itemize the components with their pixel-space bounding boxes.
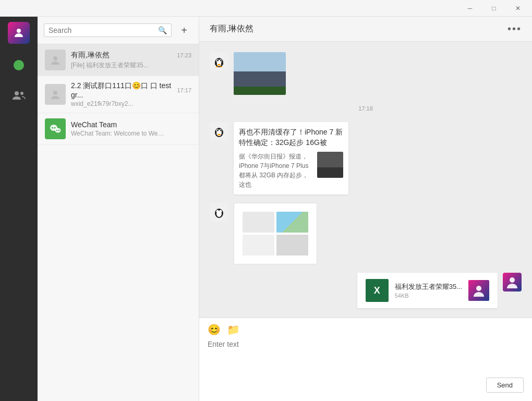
svg-point-21 <box>220 66 223 67</box>
file-sender-avatar <box>468 280 489 301</box>
message-timestamp: 17:18 <box>210 105 522 112</box>
svg-point-28 <box>217 134 221 136</box>
svg-point-27 <box>220 130 222 131</box>
svg-point-32 <box>220 210 222 213</box>
contact-info: 2.2 测试群口111口😊口 口 test gr... 17:17 wxid_e… <box>71 81 191 107</box>
send-button[interactable]: Send <box>486 378 524 393</box>
forward-card[interactable] <box>234 203 317 264</box>
msg-avatar <box>210 52 228 71</box>
contact-avatar <box>45 84 66 105</box>
chat-input-footer: Send <box>208 378 524 393</box>
chat-header: 有雨,琳依然 ••• <box>199 17 532 42</box>
chat-title: 有雨,琳依然 <box>210 23 253 34</box>
search-input[interactable] <box>49 26 155 34</box>
message-content[interactable]: X 福利发放王者荣耀35... 54KB <box>357 273 498 308</box>
attachment-button[interactable]: 📁 <box>227 323 240 336</box>
svg-point-8 <box>55 128 61 133</box>
search-icon: 🔍 <box>158 26 167 34</box>
svg-point-6 <box>52 127 53 129</box>
svg-point-17 <box>217 64 221 66</box>
svg-point-10 <box>58 130 59 131</box>
svg-point-26 <box>217 130 219 131</box>
chat-input-area: 😊 📁 Send <box>199 318 532 401</box>
file-info: 福利发放王者荣耀35... 54KB <box>395 282 462 299</box>
svg-point-31 <box>216 210 219 213</box>
svg-point-18 <box>215 62 217 65</box>
message-row: 再也不用清缓存了！iPhone 7 新特性确定：32G起步 16G被 据《华尔街… <box>210 122 522 195</box>
contact-avatar <box>45 50 66 70</box>
sidebar-item-contacts[interactable] <box>8 84 30 106</box>
close-button[interactable]: ✕ <box>506 0 530 17</box>
chat-messages: 17:18 再也不用清缓存了！iPhone <box>199 42 532 318</box>
contact-item[interactable]: 2.2 测试群口111口😊口 口 test gr... 17:17 wxid_e… <box>38 76 199 113</box>
contact-info: 有雨,琳依然 17:23 [File] 福利发放王者荣耀35... <box>71 51 191 70</box>
sidebar <box>0 17 38 401</box>
article-card[interactable]: 再也不用清缓存了！iPhone 7 新特性确定：32G起步 16G被 据《华尔街… <box>234 122 348 195</box>
contact-name: 2.2 测试群口111口😊口 口 test gr... <box>71 81 177 99</box>
message-row-outgoing: X 福利发放王者荣耀35... 54KB <box>210 273 522 308</box>
message-content[interactable] <box>234 203 317 264</box>
svg-point-2 <box>20 92 23 95</box>
msg-avatar-self <box>503 273 522 291</box>
svg-point-15 <box>217 60 219 62</box>
svg-point-3 <box>53 56 57 60</box>
message-row <box>210 203 522 264</box>
svg-point-7 <box>54 127 56 129</box>
chat-input-toolbar: 😊 📁 <box>208 323 524 336</box>
minimize-button[interactable]: ─ <box>458 0 482 17</box>
contact-item[interactable]: WeChat Team WeChat Team: Welcome to WeCh… <box>38 113 199 145</box>
add-button[interactable]: + <box>176 22 192 39</box>
contact-name: WeChat Team <box>71 120 117 129</box>
maximize-button[interactable]: □ <box>482 0 506 17</box>
file-card[interactable]: X 福利发放王者荣耀35... 54KB <box>357 273 498 308</box>
contact-avatar-wechat <box>45 118 66 139</box>
message-content[interactable]: 再也不用清缓存了！iPhone 7 新特性确定：32G起步 16G被 据《华尔街… <box>234 122 348 195</box>
file-type-icon: X <box>366 279 389 302</box>
file-size: 54KB <box>395 293 462 299</box>
svg-point-33 <box>510 277 515 283</box>
svg-point-4 <box>53 91 57 95</box>
message-row <box>210 52 522 95</box>
file-name: 福利发放王者荣耀35... <box>395 282 462 291</box>
contact-item[interactable]: 有雨,琳依然 17:23 [File] 福利发放王者荣耀35... <box>38 44 199 76</box>
chat-text-input[interactable] <box>208 340 524 371</box>
user-avatar[interactable] <box>8 22 30 44</box>
svg-point-9 <box>56 130 57 131</box>
svg-point-0 <box>17 29 21 33</box>
contact-preview: wxid_e21fk79r7bxy2... <box>71 100 165 107</box>
chat-area: 有雨,琳依然 ••• <box>199 17 532 401</box>
contact-info: WeChat Team WeChat Team: Welcome to WeCh… <box>71 120 191 137</box>
search-bar: 🔍 + <box>38 17 199 44</box>
message-content <box>234 52 286 95</box>
emoji-button[interactable]: 😊 <box>208 323 221 336</box>
msg-avatar <box>210 122 228 141</box>
contact-time: 17:17 <box>177 87 191 93</box>
contact-list: 🔍 + 有雨,琳依然 17:23 [File] 福利发放王者荣耀35... <box>38 17 199 401</box>
contact-preview: WeChat Team: Welcome to WeChat! <box>71 130 165 137</box>
contact-preview: [File] 福利发放王者荣耀35... <box>71 61 165 70</box>
search-input-wrap[interactable]: 🔍 <box>44 23 172 37</box>
sidebar-item-chats[interactable] <box>8 54 30 76</box>
more-options-button[interactable]: ••• <box>507 23 522 35</box>
contact-time: 17:23 <box>177 52 191 58</box>
svg-point-20 <box>216 66 219 67</box>
article-title: 再也不用清缓存了！iPhone 7 新特性确定：32G起步 16G被 <box>239 127 343 148</box>
msg-avatar <box>210 203 228 222</box>
svg-point-34 <box>476 286 481 291</box>
city-image <box>234 52 286 95</box>
svg-point-16 <box>220 60 222 62</box>
article-image <box>317 152 343 178</box>
contact-name: 有雨,琳依然 <box>71 51 110 60</box>
article-text: 据《华尔街日报》报道，iPhone 7与iPhone 7 Plus都将从 32G… <box>239 152 313 189</box>
title-bar: ─ □ ✕ <box>0 0 532 17</box>
svg-point-19 <box>221 62 223 65</box>
svg-point-1 <box>15 91 19 95</box>
